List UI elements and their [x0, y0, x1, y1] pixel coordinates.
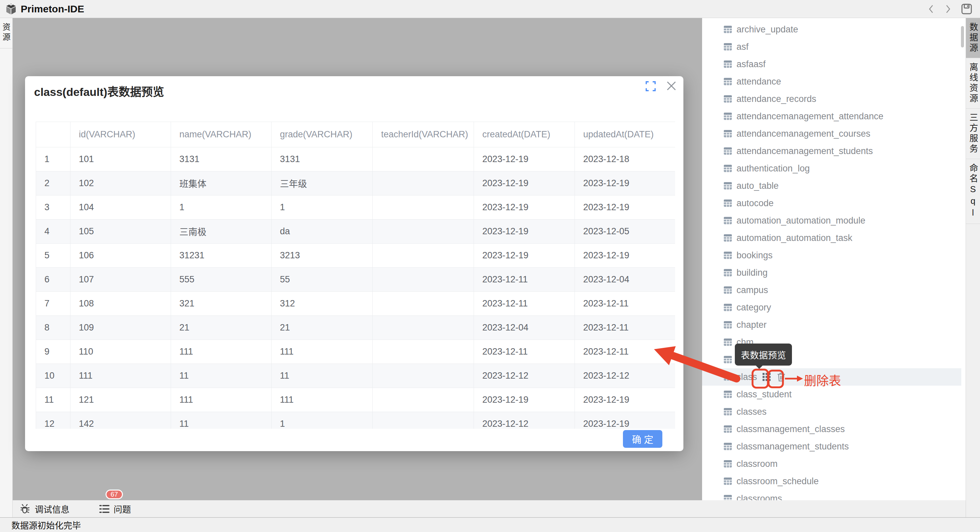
table-list-item[interactable]: attendancemanagement_courses — [702, 125, 966, 142]
table-row[interactable]: 810921212023-12-042023-12-11 — [36, 316, 675, 340]
table-cell: 312 — [272, 292, 373, 316]
table-cell: 4 — [36, 220, 70, 244]
table-cell: 8 — [36, 316, 70, 340]
table-cell: 142 — [70, 412, 171, 429]
table-cell: 2023-12-19 — [474, 171, 575, 196]
table-cell: 111 — [272, 340, 373, 364]
table-row[interactable]: 3104112023-12-192023-12-19 — [36, 196, 675, 220]
table-cell: 2023-12-12 — [474, 364, 575, 388]
table-row[interactable]: 4105三南极da2023-12-192023-12-05 — [36, 220, 675, 244]
table-list-item[interactable]: classes — [702, 403, 966, 421]
column-header — [36, 122, 70, 147]
right-rail-tab-数据源[interactable]: 数据源 — [966, 18, 980, 58]
table-row[interactable]: 6107555552023-12-112023-12-04 — [36, 268, 675, 292]
table-list-item[interactable]: automation_automation_task — [702, 229, 966, 247]
table-cell — [373, 388, 474, 412]
table-cell — [373, 171, 474, 196]
right-rail-tab-三方服务[interactable]: 三方服务 — [966, 108, 980, 159]
table-list-item[interactable]: bookings — [702, 247, 966, 264]
delete-table-annotation: 删除表 — [804, 371, 841, 389]
table-list-item[interactable]: building — [702, 264, 966, 281]
table-cell: 2023-12-11 — [474, 268, 575, 292]
table-cell: 111 — [70, 364, 171, 388]
table-list-item[interactable]: attendancemanagement_attendance — [702, 108, 966, 125]
right-rail-tab-命名Sql[interactable]: 命名Sql — [966, 159, 980, 224]
table-cell: 5 — [36, 244, 70, 268]
save-icon[interactable] — [961, 3, 973, 15]
table-cell: 108 — [70, 292, 171, 316]
table-list-item[interactable]: attendancemanagement_students — [702, 142, 966, 160]
preview-data-icon[interactable] — [762, 372, 772, 382]
debug-info-button[interactable]: 调试信息 — [20, 503, 70, 515]
panel-scrollbar[interactable] — [961, 26, 964, 48]
table-name: auto_table — [737, 181, 779, 191]
table-cell: 321 — [171, 292, 272, 316]
table-icon — [724, 268, 732, 277]
table-list-item[interactable]: automation_automation_module — [702, 212, 966, 229]
table-list-item[interactable]: asfaasf — [702, 56, 966, 73]
table-list-item[interactable]: attendance_records — [702, 90, 966, 108]
table-cell: 121 — [70, 388, 171, 412]
table-cell: 7 — [36, 292, 70, 316]
title-bar: Primeton-IDE — [0, 0, 980, 18]
preview-table: id(VARCHAR)name(VARCHAR)grade(VARCHAR)te… — [36, 122, 675, 429]
table-row[interactable]: 71083213122023-12-112023-12-11 — [36, 292, 675, 316]
table-row[interactable]: 111211111112023-12-192023-12-19 — [36, 388, 675, 412]
table-row[interactable]: 1101313131312023-12-192023-12-18 — [36, 147, 675, 171]
delete-table-icon[interactable] — [776, 372, 786, 382]
datasource-tables-panel: archive_update asf asfaasf attendance at… — [702, 18, 966, 500]
app-logo-icon — [5, 3, 18, 15]
table-icon — [724, 164, 732, 173]
table-name: building — [737, 268, 768, 278]
table-row[interactable]: 121421112023-12-122023-12-19 — [36, 412, 675, 429]
table-row[interactable]: 2102班集体三年级2023-12-192023-12-19 — [36, 171, 675, 196]
column-header: teacherId(VARCHAR) — [373, 122, 474, 147]
table-list-item[interactable]: chapter — [702, 316, 966, 333]
table-row[interactable]: 1011111112023-12-122023-12-12 — [36, 364, 675, 388]
problems-count-badge: 67 — [105, 489, 123, 499]
problems-button[interactable]: 问题 — [99, 503, 131, 515]
table-list-item[interactable]: attendance — [702, 73, 966, 90]
table-name: attendancemanagement_attendance — [737, 111, 883, 122]
table-cell — [373, 147, 474, 171]
table-list-item[interactable]: classrooms — [702, 490, 966, 500]
table-name: category — [737, 303, 771, 313]
confirm-button[interactable]: 确 定 — [623, 430, 662, 448]
table-list-item[interactable]: classmanagement_students — [702, 438, 966, 455]
table-cell: 1 — [36, 147, 70, 171]
table-list-item[interactable]: auto_table — [702, 177, 966, 194]
table-list-item[interactable]: archive_update — [702, 21, 966, 38]
table-list-item[interactable]: classmanagement_classes — [702, 421, 966, 438]
table-list-item[interactable]: authentication_log — [702, 160, 966, 177]
nav-forward-icon[interactable] — [944, 4, 952, 14]
table-cell: 1 — [272, 196, 373, 220]
table-list-item[interactable]: classroom_schedule — [702, 473, 966, 490]
table-cell: 3213 — [272, 244, 373, 268]
table-icon — [724, 251, 732, 260]
close-icon[interactable] — [665, 80, 678, 92]
table-cell: 11 — [36, 388, 70, 412]
table-icon — [724, 494, 732, 500]
column-header: name(VARCHAR) — [171, 122, 272, 147]
table-name: class_student — [737, 389, 792, 400]
table-list-item[interactable]: category — [702, 299, 966, 316]
table-row[interactable]: 91101111112023-12-112023-12-11 — [36, 340, 675, 364]
right-rail-tab-离线资源[interactable]: 离线资源 — [966, 58, 980, 108]
table-list-item[interactable]: asf — [702, 38, 966, 56]
table-list-item[interactable]: campus — [702, 281, 966, 299]
table-cell: 班集体 — [171, 171, 272, 196]
table-cell: 9 — [36, 340, 70, 364]
table-cell — [373, 316, 474, 340]
table-name: classroom_schedule — [737, 476, 819, 487]
tab-resources[interactable]: 资源 — [0, 18, 12, 48]
table-cell: 2023-12-18 — [575, 147, 675, 171]
problems-label: 问题 — [114, 503, 131, 515]
table-cell: 2023-12-12 — [474, 412, 575, 429]
status-bar: 数据源初始化完毕 — [0, 517, 980, 532]
nav-back-icon[interactable] — [927, 4, 935, 14]
fullscreen-icon[interactable] — [646, 81, 655, 91]
table-list-item[interactable]: classroom — [702, 455, 966, 473]
modal-title: class(default)表数据预览 — [34, 83, 164, 99]
table-row[interactable]: 51063123132132023-12-192023-12-19 — [36, 244, 675, 268]
table-list-item[interactable]: autocode — [702, 194, 966, 212]
